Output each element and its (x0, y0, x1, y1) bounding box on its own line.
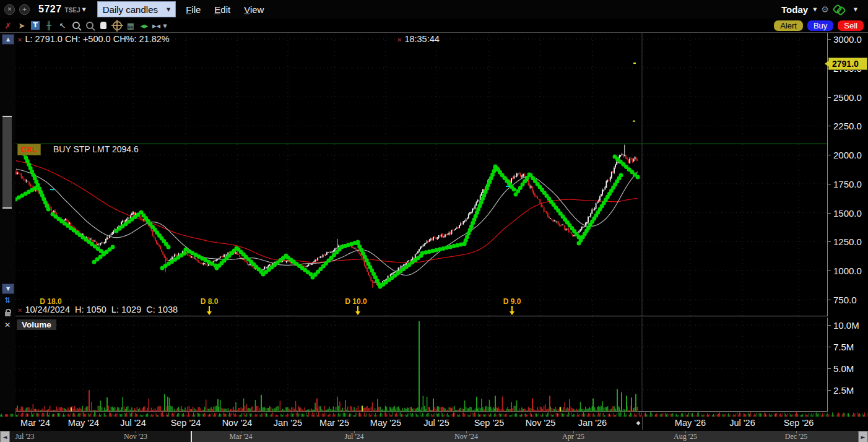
close-window-icon[interactable]: ✕ (4, 4, 15, 15)
price-tick-label: 2000.0 (833, 150, 862, 160)
gear-icon[interactable]: ⚙ (821, 4, 829, 14)
autoscale-icon[interactable]: ⇅ (2, 295, 13, 305)
indicator-pane-icon[interactable]: ▦ (125, 20, 136, 31)
price-tick-mark (828, 155, 831, 155)
time-axis-label: Sep '26 (784, 418, 814, 428)
vertical-scrollbar-thumb[interactable] (2, 116, 12, 209)
menu-edit[interactable]: Edit (214, 4, 230, 15)
chart-scrollbar[interactable]: Jul '23Nov '23Mar '24Jul '24Nov '24Apr '… (0, 430, 868, 442)
price-tick-label: 1000.0 (833, 266, 862, 276)
scrollbar-thumb[interactable] (191, 431, 861, 442)
volume-tick-label: 5.0M (833, 363, 854, 374)
trendline-tool-icon[interactable]: ↖ (57, 20, 68, 31)
quote-summary: ✕L: 2791.0 CH: +500.0 CH%: 21.82% (17, 34, 170, 44)
price-tick-mark (828, 271, 831, 271)
remove-time-icon[interactable]: ✕ (397, 37, 402, 43)
scrollbar-date-label: Jul '23 (15, 432, 34, 441)
bar-spacing-icon[interactable]: ▸◂ ▾ (152, 20, 167, 31)
time-axis-label: Jul '25 (423, 418, 449, 428)
price-tick-label: 3000.0 (833, 34, 862, 45)
add-window-icon[interactable]: + (19, 4, 30, 15)
volume-chart[interactable] (15, 318, 828, 412)
time-axis-label: Jul '24 (120, 418, 145, 428)
volume-tick-label: 7.5M (833, 342, 854, 352)
time-axis-label: May '25 (370, 418, 401, 428)
scrollbar-date-label: Aug '25 (674, 432, 697, 441)
crosshair-icon[interactable] (111, 20, 123, 31)
scrollbar-date-label: Dec '25 (785, 432, 807, 441)
price-tick-label: 750.0 (833, 295, 857, 305)
price-tick-mark (828, 39, 831, 40)
menubar: ✕ + 5727 TSEJ ▼ Daily candles ▼ FileEdit… (0, 0, 868, 19)
more-dropdown-icon[interactable]: ▼ (854, 7, 857, 12)
price-tick-mark (828, 241, 831, 242)
sell-button[interactable]: Sell (837, 20, 864, 32)
time-axis-label: Jan '26 (578, 418, 607, 428)
period-dropdown-icon: ▼ (167, 7, 170, 12)
bar-style-icon[interactable]: ╫ (43, 20, 54, 31)
time-axis[interactable]: Mar '24May '24Jul '24Sep '24Nov '24Jan '… (0, 417, 868, 430)
expand-bars-icon[interactable]: ◂▸ (139, 20, 150, 31)
time-axis-label: Jan '25 (274, 418, 302, 428)
delete-drawing-icon[interactable]: ✗ (2, 20, 14, 31)
price-tick-mark (828, 126, 831, 126)
price-tick-label: 1250.0 (833, 236, 862, 247)
lock-icon[interactable] (2, 308, 13, 318)
cursor-position-diamond-icon (636, 421, 640, 425)
time-axis-label: Nov '25 (526, 418, 556, 428)
buy-button[interactable]: Buy (807, 20, 834, 32)
time-axis-label: Nov '24 (222, 418, 253, 428)
remove-status-icon[interactable]: ✕ (17, 307, 22, 314)
menu-strip: FileEditView (186, 4, 277, 15)
period-select[interactable]: Daily candles ▼ (97, 1, 176, 17)
menu-view[interactable]: View (244, 4, 264, 15)
period-select-value: Daily candles (103, 4, 158, 15)
left-sidebar: ▲ ▼ ⇅ ✕ (0, 33, 15, 412)
text-tool-icon[interactable]: T (30, 20, 41, 31)
trading-app-window: ✕ + 5727 TSEJ ▼ Daily candles ▼ FileEdit… (0, 0, 868, 442)
main-price-chart[interactable] (15, 33, 828, 316)
pan-hand-icon[interactable] (98, 20, 109, 31)
symbol-label[interactable]: 5727 (38, 4, 62, 15)
price-tick-mark (828, 300, 831, 300)
zoom-out-icon[interactable] (84, 20, 95, 31)
dividend-label: D 9.0 (503, 297, 521, 306)
time-axis-label: May '24 (68, 418, 99, 428)
toolbar: ✗➤T╫↖▦◂▸▸◂ ▾ Alert Buy Sell (0, 19, 868, 33)
link-icon[interactable] (834, 5, 844, 14)
last-price-tag: 2791.0 (828, 58, 867, 70)
time-axis-label: Sep '25 (474, 418, 505, 428)
chart-region: ✕L: 2791.0 CH: +500.0 CH%: 21.82% ✕18:35… (0, 32, 868, 442)
remove-study-icon[interactable]: ✕ (17, 37, 22, 43)
menu-file[interactable]: File (186, 4, 201, 15)
zoom-in-icon[interactable] (71, 20, 82, 31)
scrollbar-date-label: Mar '24 (229, 432, 252, 441)
price-tick-mark (828, 97, 831, 98)
scrollbar-date-label: Nov '23 (124, 432, 147, 441)
time-axis-label: Mar '24 (20, 418, 50, 428)
volume-tick-mark (828, 368, 831, 369)
close-pane-icon[interactable]: ✕ (2, 320, 13, 330)
exchange-label: TSEJ (65, 7, 80, 14)
price-tick-mark (828, 184, 831, 184)
dividend-label: D 10.0 (345, 297, 367, 306)
symbol-dropdown-icon[interactable]: ▼ (82, 7, 86, 12)
volume-tick-label: 2.5M (833, 385, 854, 396)
order-line-label[interactable]: BUY STP LMT 2094.6 (53, 144, 139, 154)
server-time: ✕18:35:44 (397, 34, 440, 44)
alert-button[interactable]: Alert (773, 20, 804, 32)
dividend-label: D 18.0 (40, 297, 61, 306)
range-dropdown-icon[interactable]: ▼ (813, 7, 817, 12)
range-label[interactable]: Today (781, 4, 808, 15)
cancel-order-button[interactable]: CXL (17, 144, 41, 155)
scroll-right-button[interactable]: ► (858, 431, 868, 442)
tick-color-strip (0, 412, 868, 417)
scrollbar-date-label: Apr '25 (562, 432, 584, 441)
volume-tick-mark (828, 390, 831, 391)
scroll-down-button[interactable]: ▼ (2, 284, 14, 294)
draw-pointer-icon[interactable]: ➤ (16, 20, 27, 31)
price-tick-label: 1500.0 (833, 207, 862, 218)
data-end-divider (642, 417, 643, 430)
scroll-up-button[interactable]: ▲ (2, 34, 14, 45)
scroll-left-button[interactable]: ◄ (0, 431, 10, 442)
